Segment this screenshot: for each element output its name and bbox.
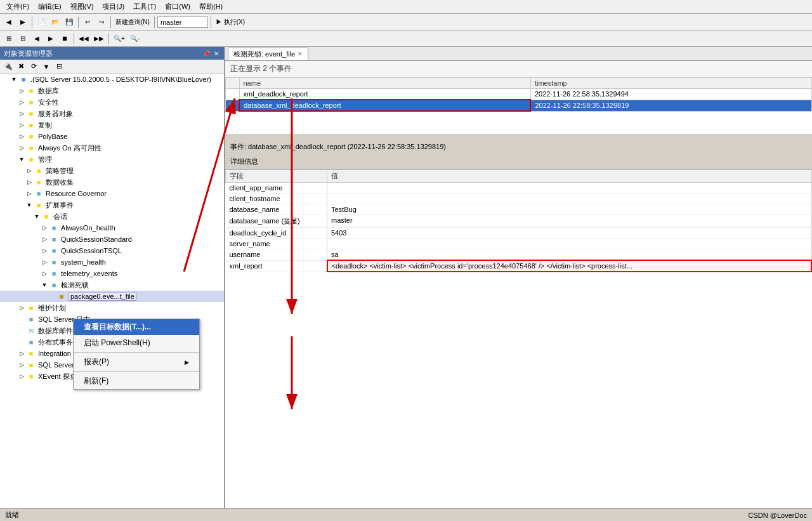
integration-icon: ■ <box>26 348 36 359</box>
event-row-1[interactable]: xml_deadlock_report 2022-11-26 22:58:35.… <box>226 89 812 100</box>
close-btn[interactable]: ✕ <box>213 50 220 57</box>
menu-project[interactable]: 项目(J) <box>98 1 128 13</box>
event-header: 正在显示 2 个事件 <box>225 61 812 77</box>
tree-area[interactable]: ▼ ■ .(SQL Server 15.0.2000.5 - DESKTOP-I… <box>0 74 224 508</box>
btn-forward[interactable]: ▶ <box>16 16 29 29</box>
tab-bar: 检测死锁: event_file ✕ <box>225 47 812 61</box>
main-layout: 对象资源管理器 📌 ✕ 🔌 ✖ ⟳ ▼ ⊟ ▼ ■ .(SQL Server 1… <box>0 47 812 508</box>
ctx-report[interactable]: 报表(P) ▶ <box>74 354 199 370</box>
menu-tools[interactable]: 工具(T) <box>129 1 160 13</box>
divider-gray <box>225 135 812 140</box>
qst-icon: ■ <box>49 246 59 256</box>
xevent-icon: ■ <box>26 371 36 381</box>
event-table-area[interactable]: name timestamp xml_deadlock_report 2022-… <box>225 77 812 135</box>
package-icon: ■ <box>56 291 67 301</box>
security-icon: ■ <box>26 97 36 107</box>
value-xml-report: <deadlock> <victim-list> <victimProcess … <box>327 260 812 272</box>
tree-qss[interactable]: ▷ ■ QuickSessionStandard <box>0 234 224 245</box>
tree-maintenance[interactable]: ▷ ■ 维护计划 <box>0 302 224 313</box>
tree-package0[interactable]: ■ package0.eve...t_file <box>0 291 224 302</box>
tree-qst[interactable]: ▷ ■ QuickSessionTSQL <box>0 245 224 256</box>
expander-maint: ▷ <box>18 304 25 312</box>
btn-t3[interactable]: ◀ <box>30 32 43 45</box>
btn-new-query[interactable]: 📄 <box>35 16 48 29</box>
replication-label: 复制 <box>38 121 52 130</box>
tree-system-health[interactable]: ▷ ■ system_health <box>0 256 224 268</box>
tab-event-file[interactable]: 检测死锁: event_file ✕ <box>228 48 308 60</box>
sep-1 <box>32 16 32 28</box>
btn-save[interactable]: 💾 <box>63 16 75 29</box>
data-collect-label: 数据收集 <box>46 178 74 187</box>
btn-t4[interactable]: ▶ <box>44 32 57 45</box>
menu-view[interactable]: 视图(V) <box>67 1 98 13</box>
pin-btn[interactable]: 📌 <box>201 50 211 57</box>
menu-edit[interactable]: 编辑(E) <box>34 1 65 13</box>
ctx-refresh[interactable]: 刷新(F) <box>74 373 199 389</box>
detail-row-client-app: client_app_name <box>226 183 812 194</box>
menu-file[interactable]: 文件(F) <box>3 1 33 13</box>
btn-t5[interactable]: ⏹ <box>58 32 71 45</box>
btn-new-query2[interactable]: 新建查询(N) <box>114 16 152 29</box>
disconnect-btn[interactable]: ✖ <box>15 61 27 72</box>
detail-area[interactable]: 字段 值 client_app_name client_hostname <box>225 169 812 508</box>
refresh-btn[interactable]: ⟳ <box>28 61 39 72</box>
tab-close-btn[interactable]: ✕ <box>298 51 303 57</box>
tree-detect-deadlock[interactable]: ▼ ■ 检测死锁 <box>0 279 224 291</box>
tree-polybase[interactable]: ▷ ■ PolyBase <box>0 131 224 142</box>
btn-t8[interactable]: 🔍+ <box>112 32 127 45</box>
tree-data-collect[interactable]: ▷ ■ 数据收集 <box>0 176 224 188</box>
btn-open[interactable]: 📂 <box>49 16 62 29</box>
qss-icon: ■ <box>49 234 59 244</box>
tree-server-objects[interactable]: ▷ ■ 服务器对象 <box>0 108 224 119</box>
btn-t2[interactable]: ⊟ <box>16 32 29 45</box>
tree-resource-gov[interactable]: ▷ ■ Resource Governor <box>0 188 224 199</box>
tree-management[interactable]: ▼ ■ 管理 <box>0 154 224 165</box>
sql-log-icon: ■ <box>26 314 36 324</box>
collapse-btn[interactable]: ⊟ <box>53 61 65 72</box>
connect-btn[interactable]: 🔌 <box>3 61 14 72</box>
btn-t7[interactable]: ▶▶ <box>92 32 106 45</box>
tree-replication[interactable]: ▷ ■ 复制 <box>0 119 224 131</box>
col-timestamp-header: timestamp <box>530 78 811 89</box>
detail-table-container: 字段 值 client_app_name client_hostname <box>225 169 812 508</box>
btn-undo[interactable]: ↩ <box>81 16 94 29</box>
value-client-app <box>327 183 812 194</box>
filter-btn[interactable]: ▼ <box>41 61 52 72</box>
expander-qst: ▷ <box>41 247 48 254</box>
sessions-icon: ■ <box>41 211 51 221</box>
menu-window[interactable]: 窗口(W) <box>161 1 194 13</box>
detect-deadlock-label: 检测死锁 <box>61 280 89 290</box>
tree-ext-events[interactable]: ▼ ■ 扩展事件 <box>0 199 224 211</box>
row2-timestamp: 2022-11-26 22:58:35.1329819 <box>530 100 811 111</box>
detail-event-header: 事件: database_xml_deadlock_report (2022-1… <box>225 140 812 154</box>
alwayson-health-label: AlwaysOn_health <box>61 224 115 232</box>
menu-help[interactable]: 帮助(H) <box>195 1 226 13</box>
tree-telemetry[interactable]: ▷ ■ telemetry_xevents <box>0 268 224 279</box>
tree-databases[interactable]: ▷ ■ 数据库 <box>0 85 224 96</box>
db-select-input[interactable] <box>157 16 208 28</box>
tree-sessions[interactable]: ▼ ■ 会话 <box>0 211 224 222</box>
btn-redo[interactable]: ↪ <box>95 16 108 29</box>
sep-5 <box>211 16 211 28</box>
tree-policy[interactable]: ▷ ■ 策略管理 <box>0 165 224 176</box>
qst-label: QuickSessionTSQL <box>61 247 122 254</box>
field-server-name: server_name <box>226 239 327 249</box>
tree-alwayson-health[interactable]: ▷ ■ AlwaysOn_health <box>0 222 224 234</box>
panel-toolbar: 🔌 ✖ ⟳ ▼ ⊟ <box>0 60 224 74</box>
event-row-2[interactable]: ▶ database_xml_deadlock_report 2022-11-2… <box>226 100 812 111</box>
sep-2 <box>78 16 79 28</box>
tree-always-on[interactable]: ▷ ■ Always On 高可用性 <box>0 142 224 154</box>
btn-t1[interactable]: ⊞ <box>3 32 15 45</box>
btn-execute[interactable]: ▶ 执行(X) <box>214 16 247 29</box>
btn-t6[interactable]: ◀◀ <box>77 32 91 45</box>
tree-server[interactable]: ▼ ■ .(SQL Server 15.0.2000.5 - DESKTOP-I… <box>0 74 224 85</box>
tree-security[interactable]: ▷ ■ 安全性 <box>0 96 224 108</box>
expander-dd: ▼ <box>41 281 48 289</box>
maintenance-icon: ■ <box>26 303 36 313</box>
ctx-view-target[interactable]: 查看目标数据(T...)... <box>74 319 199 335</box>
detail-event-label: 事件: database_xml_deadlock_report (2022-1… <box>230 143 446 150</box>
btn-back[interactable]: ◀ <box>3 16 15 29</box>
row2-arrow: ▶ <box>226 100 240 111</box>
btn-t9[interactable]: 🔍- <box>128 32 141 45</box>
ctx-powershell[interactable]: 启动 PowerShell(H) <box>74 335 199 351</box>
